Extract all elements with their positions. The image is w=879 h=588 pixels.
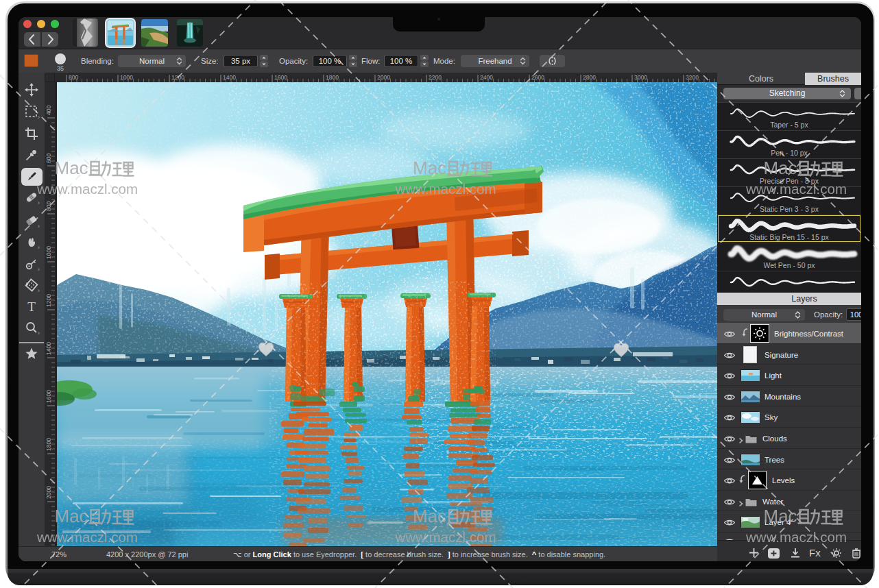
svg-text:Pen - 10 px: Pen - 10 px xyxy=(771,149,808,157)
svg-text:2600: 2600 xyxy=(531,74,544,81)
svg-text:600: 600 xyxy=(45,154,52,163)
svg-text:1200: 1200 xyxy=(45,294,52,307)
svg-text:400: 400 xyxy=(45,106,52,115)
svg-text:2000: 2000 xyxy=(377,74,390,81)
svg-text:2400: 2400 xyxy=(480,74,493,81)
svg-text:1400: 1400 xyxy=(223,74,236,81)
svg-text:2000: 2000 xyxy=(45,486,52,499)
svg-text:1600: 1600 xyxy=(274,74,287,81)
svg-text:2200: 2200 xyxy=(429,74,442,81)
svg-text:Wet Pen - 50 px: Wet Pen - 50 px xyxy=(763,261,815,269)
svg-text:3200: 3200 xyxy=(686,74,699,81)
svg-text:Precise Pen - 8 px: Precise Pen - 8 px xyxy=(760,177,819,185)
svg-text:1000: 1000 xyxy=(120,74,133,81)
svg-text:2800: 2800 xyxy=(583,74,596,81)
svg-text:T: T xyxy=(27,300,36,314)
svg-text:1000: 1000 xyxy=(45,246,52,259)
svg-text:1400: 1400 xyxy=(45,342,52,355)
svg-text:800: 800 xyxy=(45,201,52,211)
svg-text:3000: 3000 xyxy=(634,74,647,81)
svg-text:1800: 1800 xyxy=(45,438,52,451)
svg-text:1600: 1600 xyxy=(45,390,52,403)
svg-text:Taper - 5 px: Taper - 5 px xyxy=(770,121,808,129)
svg-text:1800: 1800 xyxy=(326,74,339,81)
svg-text:1200: 1200 xyxy=(171,74,184,81)
svg-text:Static Pen 3 - 3 px: Static Pen 3 - 3 px xyxy=(760,205,819,213)
svg-text:Fx: Fx xyxy=(809,548,821,559)
